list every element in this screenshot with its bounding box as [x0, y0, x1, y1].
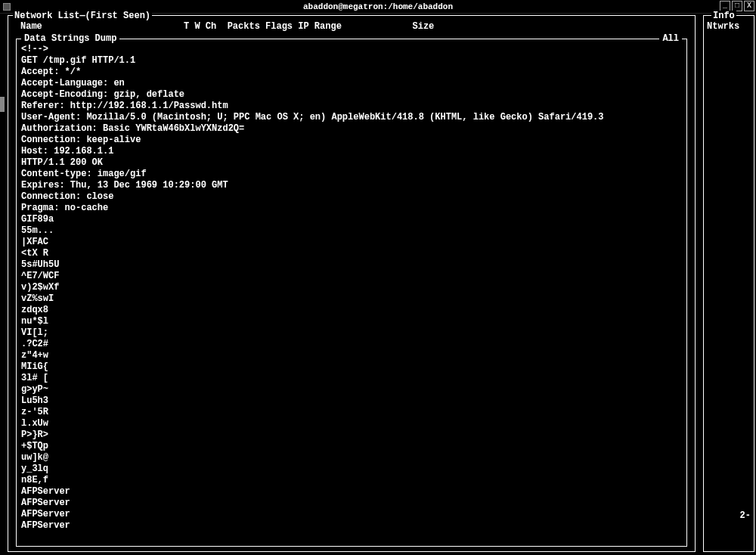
- dump-line: <!-->: [21, 44, 682, 55]
- dump-line: 5s#Uh5U: [21, 259, 682, 271]
- data-strings-dump-panel: Data Strings Dump All <!-->GET /tmp.gif …: [16, 39, 687, 547]
- dump-line: nu*$l: [21, 316, 682, 327]
- window-title: abaddon@megatron:/home/abaddon: [303, 2, 453, 12]
- dump-line: 55m...: [21, 225, 682, 237]
- info-panel-title: Info: [711, 11, 736, 21]
- dump-line: VI[l;: [21, 327, 682, 339]
- network-list-panel: Network List—(First Seen) Name T W Ch Pa…: [8, 15, 696, 552]
- dump-line: z-'5R: [21, 407, 682, 418]
- dump-line: Pragma: no-cache: [21, 203, 682, 214]
- dump-line: <tX R: [21, 248, 682, 259]
- maximize-button[interactable]: □: [732, 1, 742, 11]
- dump-line: Authorization: Basic YWRtaW46bXlwYXNzd2Q…: [21, 123, 682, 135]
- close-button[interactable]: X: [744, 1, 754, 11]
- info-panel: Info Ntwrks 2-: [703, 15, 754, 552]
- info-networks-label: Ntwrks: [707, 21, 739, 32]
- dump-line: Accept: */*: [21, 67, 682, 78]
- dump-line: |XFAC: [21, 237, 682, 248]
- dump-line: 3l# [: [21, 373, 682, 384]
- dump-line: y_3lq: [21, 464, 682, 475]
- dump-line: z"4+w: [21, 350, 682, 361]
- dump-line: Referer: http://192.168.1.1/Passwd.htm: [21, 101, 682, 112]
- dump-line: ^E7/WCF: [21, 271, 682, 282]
- dump-line: vZ%swI: [21, 293, 682, 305]
- dump-line: Expires: Thu, 13 Dec 1969 10:29:00 GMT: [21, 180, 682, 191]
- dump-line: User-Agent: Mozilla/5.0 (Macintosh; U; P…: [21, 112, 682, 123]
- dump-line: Connection: close: [21, 191, 682, 203]
- window-menu-icon[interactable]: [3, 3, 11, 11]
- dump-line: HTTP/1.1 200 OK: [21, 157, 682, 169]
- dump-line: l.xUw: [21, 418, 682, 429]
- dump-line: P>}R>: [21, 429, 682, 441]
- dump-line: AFPServer: [21, 486, 682, 498]
- network-list-title: Network List—(First Seen): [13, 11, 152, 21]
- dump-line: Content-type: image/gif: [21, 169, 682, 180]
- scrollbar-thumb[interactable]: [0, 97, 5, 112]
- dump-line: Accept-Encoding: gzip, deflate: [21, 89, 682, 101]
- dump-line: zdqx8: [21, 305, 682, 316]
- dump-line: +$TQp: [21, 441, 682, 452]
- dump-line: AFPServer: [21, 498, 682, 509]
- terminal-area: Network List—(First Seen) Name T W Ch Pa…: [0, 14, 756, 555]
- dump-line: AFPServer: [21, 509, 682, 520]
- dump-line: uw]k@: [21, 452, 682, 464]
- dump-line: Host: 192.168.1.1: [21, 146, 682, 157]
- info-side-number: 2-: [740, 510, 751, 521]
- dump-panel-title: Data Strings Dump: [21, 33, 119, 44]
- dump-line: Connection: keep-alive: [21, 135, 682, 146]
- dump-line: MIiG{: [21, 361, 682, 373]
- dump-line: g>yP~: [21, 384, 682, 395]
- dump-line: Lu5h3: [21, 395, 682, 407]
- dump-line: AFPServer: [21, 520, 682, 532]
- dump-line: n8E,f: [21, 475, 682, 486]
- dump-line: .?C2#: [21, 339, 682, 350]
- dump-panel-filter: All: [659, 33, 682, 44]
- column-headers: Name T W Ch Packts Flags IP Range Size: [20, 21, 434, 32]
- dump-line: Accept-Language: en: [21, 78, 682, 89]
- dump-line: GET /tmp.gif HTTP/1.1: [21, 55, 682, 67]
- dump-line: v)2$wXf: [21, 282, 682, 293]
- minimize-button[interactable]: _: [720, 1, 730, 11]
- dump-content[interactable]: <!-->GET /tmp.gif HTTP/1.1Accept: */*Acc…: [17, 39, 686, 535]
- window-controls: _ □ X: [720, 1, 754, 11]
- dump-line: GIF89a: [21, 214, 682, 225]
